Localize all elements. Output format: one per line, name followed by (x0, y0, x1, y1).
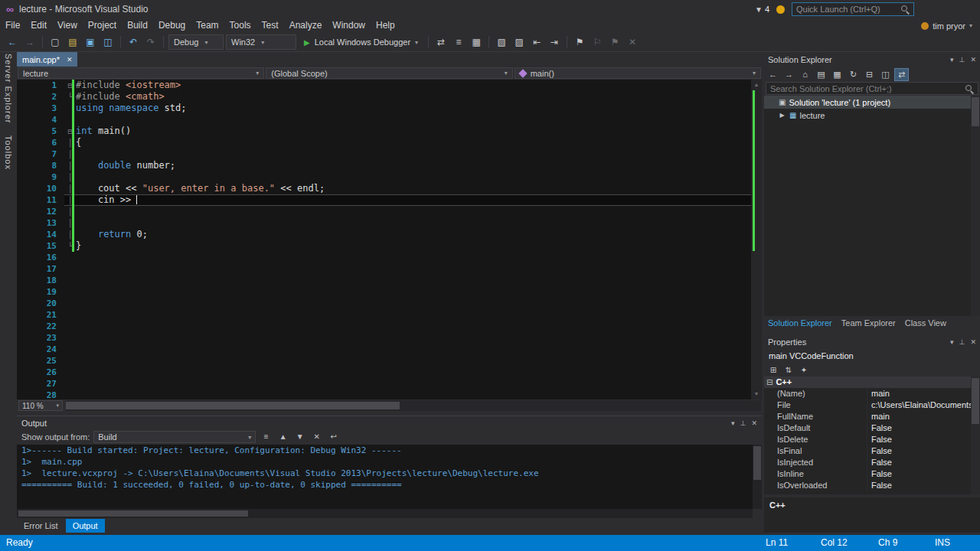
output-source-dropdown[interactable]: Build ▾ (93, 431, 256, 443)
forward-icon[interactable]: → (782, 68, 796, 81)
scope-dropdown[interactable]: (Global Scope) ▾ (266, 67, 512, 79)
close-icon[interactable]: ✕ (751, 419, 757, 427)
menu-item-build[interactable]: Build (122, 18, 153, 33)
uncomment-icon[interactable]: ▨ (511, 34, 527, 50)
output-vertical-scrollbar[interactable] (753, 445, 762, 509)
code-line-23[interactable]: 23 (17, 332, 751, 344)
property-row-fullname[interactable]: FullNamemain (764, 411, 971, 422)
undo-icon[interactable]: ↶ (126, 34, 141, 50)
menu-item-edit[interactable]: Edit (25, 18, 52, 33)
save-all-icon[interactable]: ◫ (100, 34, 116, 50)
window-position-icon[interactable]: ▾ (950, 338, 954, 346)
property-row-isdelete[interactable]: IsDeleteFalse (764, 434, 971, 445)
code-line-9[interactable]: 9│ (17, 171, 751, 183)
scrollbar-track[interactable] (751, 90, 762, 389)
close-icon[interactable]: ✕ (67, 56, 73, 64)
menu-item-view[interactable]: View (52, 18, 83, 33)
code-line-24[interactable]: 24 (17, 344, 751, 355)
window-position-icon[interactable]: ▾ (731, 419, 735, 427)
decrease-indent-icon[interactable]: ⇤ (529, 34, 544, 50)
property-row-file[interactable]: Filec:\Users\Elaina\Documents\ (764, 399, 971, 411)
menu-item-window[interactable]: Window (327, 18, 371, 33)
code-line-18[interactable]: 18 (17, 275, 751, 286)
scrollbar-thumb[interactable] (66, 402, 400, 409)
menu-item-analyze[interactable]: Analyze (284, 18, 328, 33)
code-line-27[interactable]: 27 (17, 378, 751, 390)
menu-item-test[interactable]: Test (256, 18, 284, 33)
code-line-6[interactable]: 6│{ (17, 137, 751, 148)
properties-vertical-scrollbar[interactable] (971, 377, 980, 494)
pending-changes-filter-icon[interactable]: ◫ (878, 68, 893, 81)
alert-dot-icon[interactable] (776, 5, 785, 14)
find-message-icon[interactable]: ≡ (260, 431, 273, 443)
code-line-1[interactable]: 1⊟#include <iostream> (17, 80, 751, 91)
clear-bookmarks-icon[interactable]: ✕ (625, 34, 640, 50)
scrollbar-thumb[interactable] (753, 446, 761, 480)
alphabetical-icon[interactable]: ⇅ (782, 364, 795, 377)
property-row-name[interactable]: (Name)main (764, 388, 971, 399)
tab-main-cpp[interactable]: main.cpp* ✕ (17, 52, 77, 67)
code-line-17[interactable]: 17 (17, 263, 751, 275)
pin-icon[interactable]: ⊥ (740, 419, 746, 427)
memory-window-icon[interactable]: ▦ (469, 34, 484, 50)
previous-bookmark-icon[interactable]: ⚐ (590, 34, 605, 50)
code-line-21[interactable]: 21 (17, 309, 751, 321)
user-account-button[interactable]: tim pryor ▾ (921, 21, 972, 31)
quick-launch-box[interactable]: Quick Launch (Ctrl+Q) (792, 2, 914, 16)
next-bookmark-icon[interactable]: ⚑ (607, 34, 622, 50)
next-message-icon[interactable]: ▼ (293, 431, 306, 443)
solution-explorer-search-input[interactable]: Search Solution Explorer (Ctrl+;) (766, 82, 978, 95)
project-dropdown[interactable]: lecture ▾ (18, 67, 264, 79)
property-row-isinline[interactable]: IsInlineFalse (764, 468, 971, 480)
close-icon[interactable]: ✕ (970, 338, 976, 346)
tab-output[interactable]: Output (66, 519, 105, 533)
code-editor[interactable]: 1⊟#include <iostream>2└#include <cmath>3… (17, 80, 762, 399)
scrollbar-thumb[interactable] (972, 97, 979, 126)
comment-icon[interactable]: ▧ (494, 34, 509, 50)
tree-item-lecture[interactable]: ▶▦lecture (764, 109, 980, 122)
code-line-11[interactable]: 11│ cin >> (17, 194, 751, 206)
categorized-icon[interactable]: ⊞ (766, 364, 780, 377)
navigate-back-icon[interactable]: ← (5, 34, 20, 50)
menu-item-debug[interactable]: Debug (153, 18, 191, 33)
clear-all-icon[interactable]: ✕ (310, 431, 323, 443)
pin-icon[interactable]: ⊥ (959, 56, 965, 64)
menu-item-file[interactable]: File (0, 18, 25, 33)
property-pages-icon[interactable]: ✦ (797, 364, 811, 377)
property-row-isoverloaded[interactable]: IsOverloadedFalse (764, 480, 971, 491)
toolbox-tab[interactable]: Toolbox (4, 135, 13, 170)
property-row-isinjected[interactable]: IsInjectedFalse (764, 457, 971, 468)
output-text-area[interactable]: 1>------ Build started: Project: lecture… (17, 445, 762, 509)
member-dropdown[interactable]: main() ▾ (514, 67, 761, 79)
navigate-forward-icon[interactable]: → (22, 34, 38, 50)
solution-configuration-dropdown[interactable]: Debug ▾ (168, 34, 224, 50)
property-category-row[interactable]: ⊟ C++ (764, 377, 971, 388)
scrollbar-thumb[interactable] (18, 510, 248, 517)
tree-vertical-scrollbar[interactable] (971, 96, 980, 316)
code-line-7[interactable]: 7│ (17, 148, 751, 160)
collapse-all-icon[interactable]: ⊟ (862, 68, 877, 81)
code-line-14[interactable]: 14│ return 0; (17, 229, 751, 240)
menu-item-team[interactable]: Team (191, 18, 224, 33)
scroll-up-icon[interactable]: ▲ (751, 80, 762, 90)
output-horizontal-scrollbar[interactable] (17, 509, 753, 518)
home-icon[interactable]: ⌂ (798, 68, 812, 81)
increase-indent-icon[interactable]: ⇥ (547, 34, 562, 50)
notifications-button[interactable]: ▼ 4 (755, 5, 769, 14)
tab-team-explorer[interactable]: Team Explorer (841, 318, 896, 328)
code-line-2[interactable]: 2└#include <cmath> (17, 91, 751, 103)
zoom-dropdown[interactable]: 110 % ▾ (18, 400, 63, 411)
show-all-files-icon[interactable]: ▦ (830, 68, 844, 81)
property-row-isfinal[interactable]: IsFinalFalse (764, 445, 971, 457)
code-line-5[interactable]: 5⊟int main() (17, 126, 751, 137)
menu-item-project[interactable]: Project (83, 18, 122, 33)
expander-icon[interactable]: ▶ (778, 112, 786, 119)
menu-item-help[interactable]: Help (371, 18, 400, 33)
code-line-3[interactable]: 3using namespace std; (17, 103, 751, 114)
code-line-28[interactable]: 28 (17, 390, 751, 399)
editor-vertical-scrollbar[interactable]: ▲ ▼ (751, 80, 762, 399)
code-line-16[interactable]: 16 (17, 252, 751, 263)
tab-class-view[interactable]: Class View (905, 318, 946, 328)
window-position-icon[interactable]: ▾ (950, 56, 954, 64)
save-icon[interactable]: ▣ (83, 34, 98, 50)
